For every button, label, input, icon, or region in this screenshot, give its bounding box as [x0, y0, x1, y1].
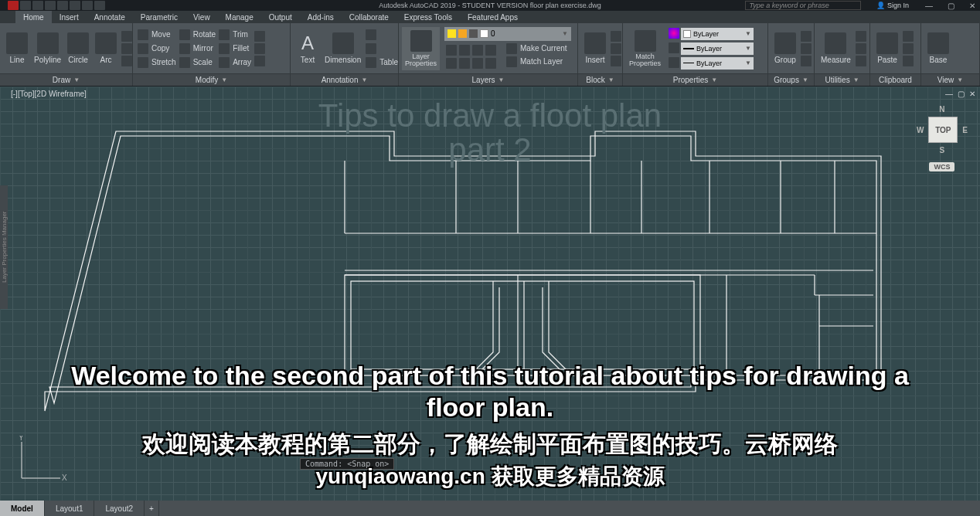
- app-icon[interactable]: [8, 1, 19, 10]
- undo-icon[interactable]: [82, 1, 93, 10]
- util-mi-2[interactable]: [856, 43, 866, 54]
- table-tool[interactable]: Table: [366, 57, 398, 68]
- tab-annotate[interactable]: Annotate: [87, 11, 133, 23]
- tab-express-tools[interactable]: Express Tools: [396, 11, 460, 23]
- tab-featured-apps[interactable]: Featured Apps: [460, 11, 526, 23]
- layer-mi-5[interactable]: [446, 58, 457, 69]
- close-button[interactable]: ✕: [968, 2, 977, 10]
- panel-groups-title[interactable]: Groups ▼: [768, 73, 814, 86]
- panel-block-title[interactable]: Block ▼: [578, 73, 622, 86]
- sign-in-button[interactable]: 👤 Sign In: [876, 2, 909, 9]
- annot-extra-1-icon[interactable]: [366, 29, 376, 40]
- layer-mi-2[interactable]: [459, 45, 470, 56]
- layer-mi-8[interactable]: [485, 58, 496, 69]
- viewcube[interactable]: N W TOP E S WCS: [917, 105, 968, 171]
- tab-model[interactable]: Model: [0, 501, 45, 516]
- clip-mi-3[interactable]: [903, 56, 914, 66]
- annot-extra-2-icon[interactable]: [366, 43, 376, 54]
- tab-manage[interactable]: Manage: [218, 11, 261, 23]
- viewcube-w[interactable]: W: [917, 126, 924, 134]
- new-icon[interactable]: [20, 1, 31, 10]
- insert-block-tool[interactable]: Insert: [581, 32, 609, 64]
- save-icon[interactable]: [45, 1, 56, 10]
- clip-mi-2[interactable]: [903, 43, 914, 54]
- tab-addins[interactable]: Add-ins: [300, 11, 342, 23]
- plot-icon[interactable]: [70, 1, 80, 10]
- base-view-tool[interactable]: Base: [924, 32, 952, 64]
- text-tool[interactable]: AText: [294, 32, 322, 64]
- panel-utilities-title[interactable]: Utilities ▼: [815, 73, 869, 86]
- block-mi-2[interactable]: [611, 43, 621, 54]
- tab-parametric[interactable]: Parametric: [133, 11, 185, 23]
- search-input[interactable]: Type a keyword or phrase: [745, 1, 861, 10]
- layer-mi-3[interactable]: [472, 45, 483, 56]
- rotate-tool[interactable]: Rotate: [179, 29, 216, 40]
- trim-tool[interactable]: Trim: [219, 29, 251, 40]
- dimension-tool[interactable]: Dimension: [322, 32, 364, 64]
- color-picker-icon[interactable]: [669, 28, 679, 39]
- drawing-viewport[interactable]: [-][Top][2D Wireframe] — ▢ ✕: [0, 87, 980, 501]
- array-tool[interactable]: Array: [219, 57, 251, 68]
- circle-tool[interactable]: Circle: [64, 32, 92, 64]
- vp-close[interactable]: ✕: [969, 90, 975, 98]
- paste-tool[interactable]: Paste: [873, 32, 901, 64]
- tab-insert[interactable]: Insert: [52, 11, 87, 23]
- panel-draw-title[interactable]: Draw ▼: [0, 73, 132, 86]
- block-mi-1[interactable]: [611, 31, 621, 42]
- color-dropdown[interactable]: ByLayer▼: [681, 28, 754, 40]
- modify-extra-1-icon[interactable]: [254, 31, 265, 42]
- layer-mi-6[interactable]: [459, 58, 470, 69]
- add-layout-button[interactable]: +: [145, 501, 159, 516]
- stretch-tool[interactable]: Stretch: [138, 57, 176, 68]
- tab-layout1[interactable]: Layout1: [45, 501, 95, 516]
- layer-properties-tool[interactable]: LayerProperties: [402, 27, 440, 70]
- make-current-tool[interactable]: Make Current: [506, 43, 567, 54]
- draw-extra-2-icon[interactable]: [121, 43, 132, 54]
- match-layer-tool[interactable]: Match Layer: [506, 56, 567, 67]
- line-tool[interactable]: Line: [3, 32, 31, 64]
- panel-layers-title[interactable]: Layers ▼: [399, 73, 577, 86]
- viewcube-top[interactable]: TOP: [928, 117, 958, 143]
- redo-icon[interactable]: [94, 1, 105, 10]
- layer-mi-7[interactable]: [472, 58, 483, 69]
- polyline-tool[interactable]: Polyline: [31, 32, 64, 64]
- tab-home[interactable]: Home: [15, 11, 52, 23]
- tab-collaborate[interactable]: Collaborate: [342, 11, 396, 23]
- util-mi-3[interactable]: [856, 56, 866, 66]
- layer-manager-tab[interactable]: Layer Properties Manager: [0, 185, 8, 309]
- tab-output[interactable]: Output: [261, 11, 300, 23]
- group-tool[interactable]: Group: [771, 32, 799, 64]
- layer-mi-1[interactable]: [446, 45, 457, 56]
- mirror-tool[interactable]: Mirror: [179, 43, 216, 54]
- measure-tool[interactable]: Measure: [818, 32, 854, 64]
- linetype-dropdown[interactable]: ByLayer▼: [681, 57, 754, 70]
- group-mi-2[interactable]: [801, 43, 812, 54]
- layer-dropdown[interactable]: 0 ▼: [444, 27, 571, 41]
- viewport-label[interactable]: [-][Top][2D Wireframe]: [11, 90, 87, 98]
- arc-tool[interactable]: Arc: [92, 32, 120, 64]
- match-properties-tool[interactable]: MatchProperties: [626, 30, 664, 67]
- minimize-button[interactable]: —: [924, 2, 934, 10]
- layer-mi-4[interactable]: [485, 45, 496, 56]
- scale-tool[interactable]: Scale: [179, 57, 216, 68]
- copy-tool[interactable]: Copy: [138, 43, 176, 54]
- group-mi-1[interactable]: [801, 31, 812, 42]
- draw-extra-3-icon[interactable]: [121, 56, 132, 66]
- viewcube-s[interactable]: S: [917, 146, 968, 154]
- saveas-icon[interactable]: [57, 1, 68, 10]
- util-mi-1[interactable]: [856, 31, 866, 42]
- group-mi-3[interactable]: [801, 56, 812, 66]
- fillet-tool[interactable]: Fillet: [219, 43, 251, 54]
- vp-maximize[interactable]: ▢: [958, 90, 965, 98]
- panel-properties-title[interactable]: Properties ▼: [623, 73, 767, 86]
- panel-view-title[interactable]: View ▼: [921, 73, 979, 86]
- linetype-icon[interactable]: [669, 57, 679, 68]
- vp-minimize[interactable]: —: [945, 90, 953, 98]
- lineweight-icon[interactable]: [669, 42, 679, 53]
- modify-extra-3-icon[interactable]: [254, 56, 265, 66]
- tab-view[interactable]: View: [185, 11, 218, 23]
- modify-extra-2-icon[interactable]: [254, 43, 265, 54]
- panel-modify-title[interactable]: Modify ▼: [133, 73, 290, 86]
- wcs-badge[interactable]: WCS: [929, 162, 954, 171]
- block-mi-3[interactable]: [611, 56, 621, 66]
